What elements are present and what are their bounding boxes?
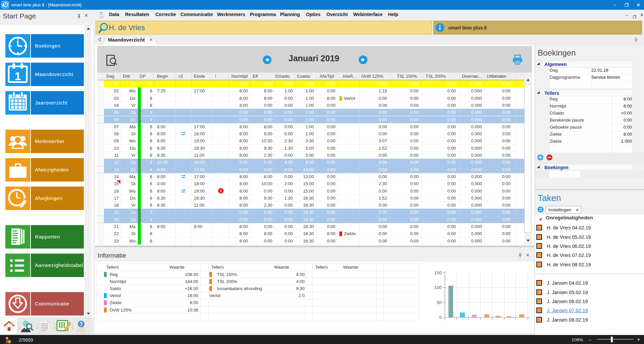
svg-text:0: 0 (439, 315, 442, 320)
svg-text:150: 150 (434, 270, 442, 275)
svg-text:100: 100 (434, 285, 442, 290)
svg-text:50: 50 (437, 300, 442, 305)
svg-text:1: 1 (15, 70, 21, 82)
